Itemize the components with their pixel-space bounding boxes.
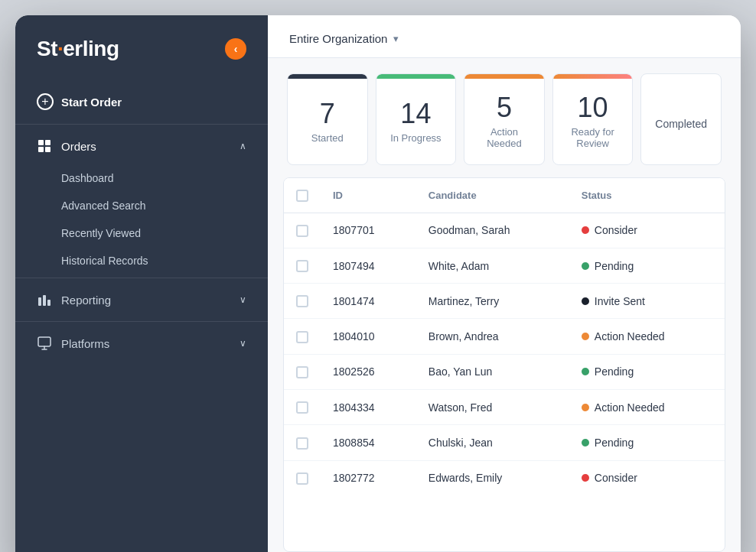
sidebar-item-orders[interactable]: Orders ∧	[15, 128, 268, 164]
svg-rect-0	[38, 140, 44, 145]
status-dot	[582, 333, 589, 340]
status-label: Consider	[595, 472, 637, 484]
row-id: 1802772	[321, 460, 416, 495]
sidebar-item-platforms[interactable]: Platforms ∨	[15, 325, 268, 362]
status-dot	[582, 439, 589, 446]
table-body: 1807701 Goodman, Sarah Consider 1807494 …	[284, 213, 725, 495]
recently-viewed-label: Recently Viewed	[61, 227, 141, 239]
stat-card-completed[interactable]: Completed	[640, 73, 722, 165]
orders-table: ID Candidate Status 1807701 Goodman, Sar…	[284, 178, 725, 495]
row-checkbox-cell	[284, 354, 321, 389]
sidebar-item-recently-viewed[interactable]: Recently Viewed	[15, 219, 268, 247]
dashboard-label: Dashboard	[61, 172, 114, 184]
stat-bar-completed	[641, 74, 721, 79]
stat-label-ready-for-review: Ready for Review	[561, 126, 625, 149]
row-id: 1807701	[321, 213, 416, 248]
row-checkbox[interactable]	[296, 366, 308, 378]
stat-card-started[interactable]: 7 Started	[287, 73, 368, 165]
nav-divider-1	[15, 124, 268, 125]
row-candidate: Watson, Fred	[416, 390, 569, 425]
row-checkbox[interactable]	[296, 295, 308, 307]
sidebar-collapse-button[interactable]: ‹	[225, 38, 246, 60]
orders-label: Orders	[61, 140, 96, 153]
svg-rect-1	[45, 140, 51, 145]
row-id: 1804010	[321, 319, 416, 354]
table-row: 1808854 Chulski, Jean Pending	[284, 425, 725, 460]
status-label: Action Needed	[595, 401, 665, 414]
start-order-label: Start Order	[61, 96, 122, 109]
table-row: 1807494 White, Adam Pending	[284, 248, 725, 283]
table-row: 1802526 Bao, Yan Lun Pending	[284, 354, 725, 389]
historical-records-label: Historical Records	[61, 255, 148, 267]
row-candidate: Bao, Yan Lun	[416, 354, 569, 389]
row-id: 1807494	[321, 248, 416, 283]
row-candidate: Edwards, Emily	[416, 460, 569, 495]
row-checkbox-cell	[284, 213, 321, 248]
table-header-row: ID Candidate Status	[284, 178, 725, 213]
status-dot	[582, 474, 589, 482]
stat-card-ready-for-review[interactable]: 10 Ready for Review	[552, 73, 634, 165]
advanced-search-label: Advanced Search	[61, 200, 146, 212]
row-candidate: White, Adam	[416, 248, 569, 283]
row-id: 1802526	[321, 354, 416, 389]
orders-chevron: ∧	[240, 141, 246, 151]
platforms-label: Platforms	[61, 337, 109, 350]
status-dot	[582, 226, 589, 234]
sidebar-item-advanced-search[interactable]: Advanced Search	[15, 192, 268, 219]
status-label: Pending	[595, 365, 634, 378]
stat-bar-action-needed	[464, 74, 544, 79]
org-selector-label: Entire Organization	[289, 32, 387, 45]
row-checkbox[interactable]	[296, 401, 308, 414]
main-header: Entire Organization ▾	[268, 15, 741, 58]
org-selector[interactable]: Entire Organization ▾	[289, 32, 399, 45]
row-checkbox[interactable]	[296, 331, 308, 343]
row-checkbox[interactable]	[296, 437, 308, 450]
row-status: Pending	[569, 425, 725, 460]
svg-rect-2	[38, 147, 44, 152]
logo-dot: ·	[57, 37, 63, 60]
sidebar-item-historical-records[interactable]: Historical Records	[15, 247, 268, 274]
row-checkbox[interactable]	[296, 225, 308, 237]
sidebar-item-reporting[interactable]: Reporting ∨	[15, 281, 268, 318]
row-status: Action Needed	[569, 390, 725, 425]
logo: St·erling	[37, 37, 119, 61]
nav-section-orders: Orders ∧ Dashboard Advanced Search Recen…	[15, 128, 268, 274]
table-header: ID Candidate Status	[284, 178, 725, 213]
svg-rect-3	[45, 147, 51, 152]
svg-rect-7	[38, 337, 51, 346]
org-selector-chevron: ▾	[393, 33, 399, 44]
row-id: 1808854	[321, 425, 416, 460]
nav-divider-3	[15, 321, 268, 322]
row-checkbox[interactable]	[296, 260, 308, 272]
reporting-label: Reporting	[61, 294, 111, 307]
nav-section-reporting: Reporting ∨	[15, 281, 268, 318]
stat-label-in-progress: In Progress	[390, 132, 441, 144]
start-order-button[interactable]: + Start Order	[15, 83, 268, 121]
row-candidate: Chulski, Jean	[416, 425, 569, 460]
stat-card-action-needed[interactable]: 5 Action Needed	[464, 73, 545, 165]
status-label: Invite Sent	[595, 295, 645, 307]
stat-card-in-progress[interactable]: 14 In Progress	[376, 73, 457, 165]
stat-bar-in-progress	[376, 74, 456, 79]
table-col-status: Status	[569, 178, 725, 213]
plus-icon: +	[37, 93, 54, 110]
row-checkbox-cell	[284, 284, 321, 319]
row-candidate: Martinez, Terry	[416, 284, 569, 319]
row-checkbox-cell	[284, 319, 321, 354]
status-label: Action Needed	[595, 330, 665, 343]
app-window: St·erling ‹ + Start Order	[15, 15, 741, 552]
main-content: Entire Organization ▾ 7 Started 14 In Pr…	[268, 15, 741, 552]
status-label: Pending	[595, 437, 634, 449]
platforms-chevron: ∨	[240, 338, 246, 349]
stats-row: 7 Started 14 In Progress 5 Action Needed…	[268, 58, 741, 177]
row-checkbox[interactable]	[296, 472, 308, 485]
row-candidate: Brown, Andrea	[416, 319, 569, 354]
row-candidate: Goodman, Sarah	[416, 213, 569, 248]
sidebar-nav: + Start Order	[15, 76, 268, 552]
stat-bar-ready-for-review	[553, 74, 633, 79]
select-all-checkbox[interactable]	[296, 190, 308, 202]
table-col-checkbox	[284, 178, 321, 213]
svg-rect-5	[43, 295, 46, 306]
sidebar-item-dashboard[interactable]: Dashboard	[15, 164, 268, 192]
stat-number-action-needed: 5	[497, 94, 512, 122]
